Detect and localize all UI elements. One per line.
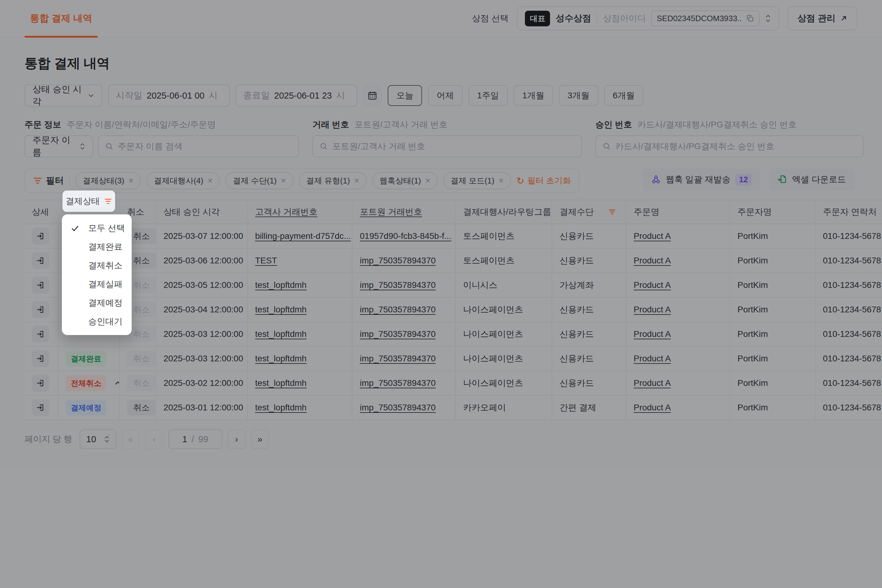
check-icon — [70, 224, 80, 233]
dropdown-item-scheduled[interactable]: 결제예정 — [62, 293, 132, 312]
payment-status-filter-trigger[interactable]: 결제상태 — [63, 190, 115, 212]
dropdown-item-cancelled[interactable]: 결제취소 — [62, 256, 132, 275]
dropdown-item-failed[interactable]: 결제실패 — [62, 275, 132, 293]
dropdown-item-paid[interactable]: 결제완료 — [62, 237, 132, 256]
dropdown-item-pending-approval[interactable]: 승인대기 — [62, 312, 132, 331]
filter-funnel-icon — [104, 198, 112, 205]
payment-status-dropdown: 모두 선택 결제완료 결제취소 결제실패 결제예정 승인대기 — [62, 214, 132, 335]
app-window: 통합 결제 내역 상점 선택 대표 성수상점 상점아이디 SED02345DCO… — [0, 0, 882, 588]
dropdown-item-select-all[interactable]: 모두 선택 — [62, 219, 132, 237]
dim-overlay[interactable] — [0, 0, 882, 588]
